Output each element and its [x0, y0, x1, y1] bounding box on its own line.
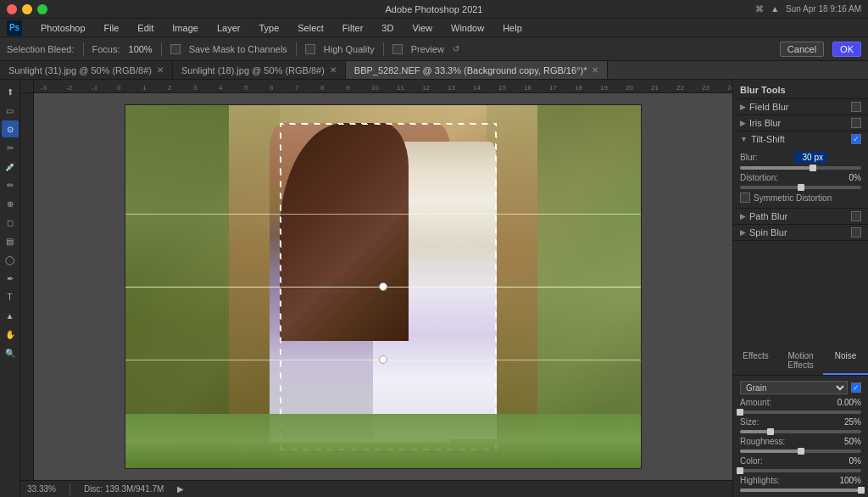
tool-text[interactable]: T — [2, 288, 19, 305]
tab-effects[interactable]: Effects — [733, 348, 778, 375]
menu-image[interactable]: Image — [169, 23, 202, 33]
menu-select[interactable]: Select — [294, 23, 327, 33]
distortion-slider-track[interactable] — [740, 186, 861, 189]
roughness-value: 50% — [794, 437, 861, 446]
tool-brush[interactable]: ✏ — [2, 176, 19, 193]
iris-blur-checkbox[interactable] — [851, 118, 861, 128]
tool-zoom[interactable]: 🔍 — [2, 344, 19, 361]
ruler-mark: 23 — [702, 80, 727, 92]
iris-blur-row[interactable]: ▶ Iris Blur — [733, 115, 868, 131]
menu-filter[interactable]: Filter — [339, 23, 366, 33]
color-thumb[interactable] — [737, 467, 743, 474]
ruler-corner — [20, 80, 34, 93]
grain-checkbox[interactable]: ✓ — [851, 383, 861, 393]
color-slider[interactable] — [740, 469, 861, 472]
path-blur-row[interactable]: ▶ Path Blur — [733, 209, 868, 224]
tab-0-close[interactable]: ✕ — [157, 65, 164, 75]
tilt-shift-controls: Blur: 30 px Distortion: 0% — [733, 147, 868, 208]
symmetric-label: Symmetric Distortion — [754, 193, 832, 203]
preview-checkbox[interactable] — [392, 44, 403, 54]
amount-value: 0.00% — [794, 398, 861, 407]
grain-select[interactable]: Grain — [740, 381, 848, 394]
roughness-thumb[interactable] — [798, 448, 804, 455]
field-blur-checkbox[interactable] — [851, 102, 861, 112]
save-mask-label: Save Mask to Channels — [189, 44, 287, 54]
menu-photoshop[interactable]: Photoshop — [37, 23, 89, 33]
menu-3d[interactable]: 3D — [378, 23, 397, 33]
tool-lasso[interactable]: ⊙ — [2, 120, 19, 137]
tool-clone[interactable]: ⊕ — [2, 195, 19, 212]
main-layout: ⬆ ▭ ⊙ ✂ 💉 ✏ ⊕ ◻ ▤ ◯ ✒ T ▲ ✋ 🔍 -3 -2 -1 0… — [0, 80, 868, 497]
ruler-mark: 8 — [320, 80, 346, 92]
symmetric-checkbox[interactable] — [740, 193, 750, 203]
tab-noise[interactable]: Noise — [823, 348, 868, 375]
ps-logo: Ps — [7, 20, 22, 36]
minimize-button[interactable] — [22, 4, 32, 14]
tool-gradient[interactable]: ▤ — [2, 232, 19, 249]
tab-motion-effects[interactable]: Motion Effects — [778, 348, 823, 375]
tab-0[interactable]: Sunlight (31).jpg @ 50% (RGB/8#) ✕ — [0, 61, 173, 79]
ruler-mark: 3 — [193, 80, 219, 92]
menu-file[interactable]: File — [101, 23, 123, 33]
size-row: Size: 25% — [740, 416, 861, 428]
distortion-slider-thumb[interactable] — [798, 184, 804, 191]
blur-slider-fill — [740, 166, 813, 170]
menu-help[interactable]: Help — [499, 23, 526, 33]
highlights-thumb[interactable] — [858, 487, 865, 494]
ruler-mark: 0 — [117, 80, 142, 92]
tool-crop[interactable]: ✂ — [2, 139, 19, 156]
blur-slider-thumb[interactable] — [810, 165, 816, 171]
save-mask-checkbox[interactable] — [170, 44, 181, 54]
zoom-level: 33.33% — [27, 484, 56, 494]
cancel-button[interactable]: Cancel — [780, 42, 824, 57]
distortion-prop-row: Distortion: 0% — [740, 171, 861, 184]
tab-1-close[interactable]: ✕ — [330, 65, 337, 75]
canvas-content[interactable] — [34, 93, 732, 480]
blur-slider-track[interactable] — [740, 166, 861, 170]
tab-2-close[interactable]: ✕ — [592, 65, 598, 75]
roughness-label: Roughness: — [740, 437, 791, 446]
blur-tools-header: Blur Tools — [733, 80, 868, 99]
tool-eraser[interactable]: ◻ — [2, 214, 19, 231]
tool-move[interactable]: ⬆ — [2, 83, 19, 100]
tab-0-label: Sunlight (31).jpg @ 50% (RGB/8#) — [8, 65, 152, 75]
status-arrow: ▶ — [177, 484, 184, 494]
menu-type[interactable]: Type — [255, 23, 282, 33]
close-button[interactable] — [7, 4, 17, 14]
field-blur-row[interactable]: ▶ Field Blur — [733, 99, 868, 114]
menu-window[interactable]: Window — [448, 23, 487, 33]
tool-hand[interactable]: ✋ — [2, 326, 19, 343]
menu-edit[interactable]: Edit — [134, 23, 157, 33]
highlights-slider[interactable] — [740, 489, 861, 492]
tool-shape[interactable]: ▲ — [2, 307, 19, 324]
spin-blur-arrow: ▶ — [740, 228, 746, 237]
ruler-mark: -1 — [92, 80, 117, 92]
size-slider[interactable] — [740, 430, 861, 433]
spin-blur-checkbox[interactable] — [851, 227, 861, 237]
menu-layer[interactable]: Layer — [214, 23, 244, 33]
size-thumb[interactable] — [767, 428, 774, 435]
battery-icon: ▲ — [771, 4, 779, 14]
ok-button[interactable]: OK — [832, 42, 861, 57]
menu-view[interactable]: View — [409, 23, 436, 33]
blur-value-input[interactable]: 30 px — [794, 152, 826, 163]
symmetric-row[interactable]: Symmetric Distortion — [740, 191, 861, 204]
amount-slider[interactable] — [740, 410, 861, 414]
tool-eyedropper[interactable]: 💉 — [2, 158, 19, 175]
high-quality-checkbox[interactable] — [305, 44, 315, 54]
tilt-shift-checkbox[interactable]: ✓ — [851, 134, 861, 144]
tab-2[interactable]: BBP_5282.NEF @ 33.3% (Background copy, R… — [346, 61, 609, 79]
spin-blur-row[interactable]: ▶ Spin Blur — [733, 225, 868, 240]
tool-dodge[interactable]: ◯ — [2, 251, 19, 268]
time-display: Sun Apr 18 9:16 AM — [786, 4, 861, 14]
tool-select[interactable]: ▭ — [2, 102, 19, 119]
ruler-mark: 10 — [371, 80, 397, 92]
tilt-shift-row[interactable]: ▼ Tilt-Shift ✓ — [733, 131, 868, 147]
amount-thumb[interactable] — [737, 409, 743, 416]
path-blur-checkbox[interactable] — [851, 211, 861, 221]
tab-1[interactable]: Sunlight (18).jpg @ 50% (RGB/8#) ✕ — [173, 61, 346, 79]
roughness-slider[interactable] — [740, 450, 861, 453]
tool-pen[interactable]: ✒ — [2, 270, 19, 287]
right-panel: Blur Tools ▶ Field Blur ▶ Iris Blur ▼ Ti… — [732, 80, 868, 497]
maximize-button[interactable] — [37, 4, 47, 14]
